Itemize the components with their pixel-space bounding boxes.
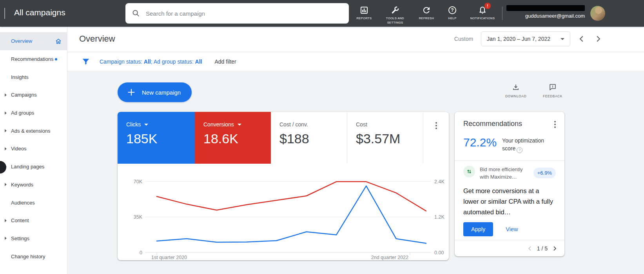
- svg-text:?: ?: [451, 7, 454, 13]
- right-axis-tick: 1.2K: [434, 214, 444, 220]
- status-value: All: [144, 58, 151, 65]
- plus-icon: [127, 88, 136, 97]
- recommendation-item[interactable]: Bid more efficiently with Maximize… +6.9…: [463, 166, 556, 181]
- refresh-icon: [422, 5, 431, 15]
- expand-arrow-icon[interactable]: [5, 183, 7, 186]
- redacted-account-name: [506, 5, 585, 11]
- sidebar-item-label: Audiences: [11, 200, 35, 206]
- notifications-label: NOTIFICATIONS: [470, 16, 495, 21]
- new-campaign-label: New campaign: [142, 89, 181, 96]
- sidebar-item-label: Ad groups: [11, 110, 34, 116]
- scorecard-cost[interactable]: Cost $3.57M: [347, 112, 423, 164]
- app-bar: All campaigns REPORTS TOOLS AND SETTINGS: [0, 0, 644, 27]
- optimization-score-label: Your optimization score?: [502, 136, 554, 153]
- help-circle-icon[interactable]: ?: [517, 147, 522, 153]
- home-icon: [55, 38, 62, 45]
- date-range-picker[interactable]: Jan 1, 2020 – Jun 7, 2022: [481, 31, 570, 46]
- sidebar-item-videos[interactable]: Videos: [0, 140, 67, 158]
- sidebar-item-ads-extensions[interactable]: Ads & extensions: [0, 122, 67, 140]
- campaign-search[interactable]: [125, 3, 349, 24]
- chevron-down-icon: [561, 38, 564, 40]
- refresh-label: REFRESH: [419, 16, 434, 21]
- recommendations-pagination: 1 / 5: [455, 240, 564, 256]
- tools-settings-label: TOOLS AND SETTINGS: [383, 16, 408, 25]
- next-period-button[interactable]: [593, 34, 603, 44]
- view-button[interactable]: View: [506, 226, 518, 232]
- scorecard-cost-per-conv-label: Cost / conv.: [279, 121, 308, 128]
- help-icon: ?: [448, 5, 457, 15]
- right-axis-tick: 2.4K: [434, 179, 444, 184]
- download-button[interactable]: DOWNLOAD: [501, 83, 531, 98]
- expand-arrow-icon[interactable]: [5, 93, 7, 97]
- page-title: Overview: [79, 34, 115, 44]
- sidebar-item-ad-groups[interactable]: Ad groups: [0, 104, 67, 122]
- new-campaign-button[interactable]: New campaign: [118, 82, 192, 102]
- reports-button[interactable]: REPORTS: [350, 0, 378, 27]
- expand-arrow-icon[interactable]: [5, 219, 7, 222]
- left-axis-tick: 0: [140, 250, 142, 256]
- help-button[interactable]: ? HELP: [441, 0, 464, 27]
- date-range-text: Jan 1, 2020 – Jun 7, 2022: [487, 36, 550, 42]
- status-prefix: Campaign status:: [100, 58, 144, 65]
- recommendations-menu-button[interactable]: [554, 120, 556, 128]
- scorecard-clicks[interactable]: Clicks 185K: [118, 112, 195, 164]
- scorecard-conversions[interactable]: Conversions 18.6K: [195, 112, 271, 164]
- sidebar-item-campaigns[interactable]: Campaigns: [0, 86, 67, 104]
- account-info[interactable]: guddusameer@gmail.com: [506, 5, 585, 19]
- pagination-prev-button[interactable]: [526, 245, 533, 252]
- sidebar-item-content[interactable]: Content: [0, 212, 67, 230]
- recommendation-item-title: Bid more efficiently with Maximize…: [480, 166, 526, 181]
- refresh-button[interactable]: REFRESH: [412, 0, 441, 27]
- divider: [455, 160, 564, 161]
- sidebar-item-recommendations[interactable]: Recommendations: [0, 50, 67, 68]
- sidebar-item-overview[interactable]: Overview: [0, 32, 67, 50]
- sidebar-item-insights[interactable]: Insights: [0, 68, 67, 86]
- filter-bar: Campaign status: All; Ad group status: A…: [67, 52, 644, 71]
- header-divider: [502, 7, 503, 20]
- overview-chart: 035K70K0.001.2K2.4K1st quarter 20202nd q…: [118, 164, 449, 260]
- content-area: New campaign DOWNLOAD FEEDBACK: [67, 71, 644, 274]
- sidebar-item-settings[interactable]: Settings: [0, 230, 67, 248]
- help-label: HELP: [448, 16, 456, 21]
- expand-arrow-icon[interactable]: [5, 147, 7, 150]
- sidebar-item-landing-pages[interactable]: Landing pages: [0, 158, 67, 176]
- expand-arrow-icon[interactable]: [5, 129, 7, 132]
- sidebar-item-change-history[interactable]: Change history: [0, 247, 67, 265]
- apply-button[interactable]: Apply: [463, 222, 493, 236]
- campaign-status-filter[interactable]: Campaign status: All; Ad group status: A…: [100, 58, 202, 65]
- avatar[interactable]: [590, 6, 605, 21]
- sidebar-item-audiences[interactable]: Audiences: [0, 194, 67, 212]
- sidebar-item-label: Content: [11, 217, 29, 223]
- sidebar-nav: OverviewRecommendationsInsightsCampaigns…: [0, 27, 67, 274]
- chevron-left-icon: [577, 35, 586, 43]
- download-icon: [512, 83, 520, 91]
- sidebar-item-label: Insights: [11, 74, 29, 80]
- optimization-score: 72.2% Your optimization score?: [463, 136, 556, 153]
- recommendation-description: Get more conversions at a lower or simil…: [463, 186, 556, 217]
- pagination-next-button[interactable]: [551, 245, 558, 252]
- search-input[interactable]: [145, 10, 343, 17]
- feedback-button[interactable]: FEEDBACK: [538, 83, 568, 98]
- chart-card-menu-button[interactable]: [435, 122, 437, 129]
- sidebar-item-keywords[interactable]: Keywords: [0, 176, 67, 194]
- sidebar-item-label: Keywords: [11, 182, 33, 188]
- tools-settings-button[interactable]: TOOLS AND SETTINGS: [378, 0, 412, 27]
- scorecard-clicks-label: Clicks: [126, 121, 141, 128]
- header-actions: REPORTS TOOLS AND SETTINGS REFRESH ? HEL…: [350, 0, 501, 27]
- scorecard-conversions-label: Conversions: [203, 121, 234, 128]
- scorecard-cost-per-conv[interactable]: Cost / conv. $188: [271, 112, 347, 164]
- reports-icon: [359, 5, 369, 15]
- tools-icon: [390, 5, 400, 15]
- new-items-dot: [55, 58, 57, 60]
- previous-period-button[interactable]: [577, 34, 587, 44]
- recommendations-card: Recommendations 72.2% Your optimization …: [455, 112, 564, 256]
- add-filter-button[interactable]: Add filter: [214, 58, 236, 65]
- notifications-button[interactable]: ! NOTIFICATIONS: [464, 0, 501, 27]
- sidebar-item-label: Recommendations: [11, 56, 53, 62]
- expand-arrow-icon[interactable]: [5, 111, 7, 115]
- bid-strategy-icon: [463, 166, 475, 177]
- status-value-2: All: [195, 58, 202, 65]
- date-range-type-label: Custom: [454, 36, 473, 42]
- expand-arrow-icon[interactable]: [5, 237, 7, 240]
- reports-label: REPORTS: [357, 16, 372, 21]
